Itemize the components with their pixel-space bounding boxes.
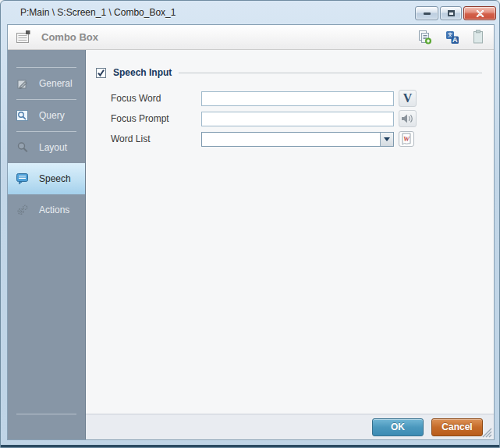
dialog-footer: OK Cancel xyxy=(86,414,494,439)
title-bar[interactable]: P:Main \ S:Screen_1 \ Combo_Box_1 xyxy=(1,1,499,24)
window-title: P:Main \ S:Screen_1 \ Combo_Box_1 xyxy=(20,7,176,18)
variable-button-label: V xyxy=(403,92,413,105)
sidebar-item-speech[interactable]: Speech xyxy=(8,163,85,194)
close-icon xyxy=(476,10,484,17)
maximize-icon xyxy=(448,10,455,16)
focus-prompt-row: Focus Prompt xyxy=(86,108,494,129)
magnifier-icon xyxy=(15,140,30,155)
speech-input-section: Speech Input xyxy=(86,67,494,78)
speech-settings: Speech Input Focus Word V Focus Pro xyxy=(86,50,494,414)
sidebar-item-label: Speech xyxy=(39,173,71,184)
minimize-icon xyxy=(424,12,431,15)
word-list-label: Word List xyxy=(111,133,201,144)
dialog-panel: Combo Box xyxy=(7,24,495,440)
chevron-down-icon xyxy=(384,137,390,141)
ok-button[interactable]: OK xyxy=(372,418,424,436)
sidebar: General Query xyxy=(8,50,86,439)
sidebar-item-query[interactable]: Query xyxy=(8,100,85,131)
sidebar-item-layout[interactable]: Layout xyxy=(8,132,85,163)
window-controls xyxy=(415,6,496,20)
section-label: Speech Input xyxy=(113,67,172,78)
focus-prompt-label: Focus Prompt xyxy=(111,113,201,124)
cancel-button[interactable]: Cancel xyxy=(431,418,483,436)
svg-text:A: A xyxy=(452,36,458,44)
search-document-icon xyxy=(15,108,30,123)
svg-text:W: W xyxy=(403,135,410,143)
word-list-dropdown[interactable] xyxy=(201,132,394,147)
sidebar-item-actions[interactable]: Actions xyxy=(8,194,85,226)
gears-icon xyxy=(15,203,30,217)
focus-prompt-input[interactable] xyxy=(201,112,394,126)
minimize-button[interactable] xyxy=(415,6,438,20)
word-list-page-icon: W xyxy=(401,133,412,145)
main-panel: Speech Input Focus Word V Focus Pro xyxy=(86,50,494,439)
dialog-body: General Query xyxy=(8,50,494,439)
dialog-header: Combo Box xyxy=(8,25,494,50)
paste-button[interactable] xyxy=(473,30,484,44)
play-prompt-button[interactable] xyxy=(399,110,417,127)
focus-word-row: Focus Word V xyxy=(86,88,494,108)
copy-add-button[interactable] xyxy=(417,30,432,44)
speaker-icon xyxy=(401,113,414,124)
sidebar-item-label: General xyxy=(39,78,73,89)
copy-add-icon xyxy=(417,30,432,44)
close-button[interactable] xyxy=(463,6,496,20)
sidebar-item-label: Layout xyxy=(39,142,67,153)
maximize-button[interactable] xyxy=(440,6,462,20)
header-actions: A xyxy=(417,25,484,49)
combo-box-icon xyxy=(16,30,32,44)
sidebar-item-label: Query xyxy=(39,110,65,121)
translate-icon: A xyxy=(445,30,459,44)
word-list-row: Word List W xyxy=(86,129,494,149)
word-list-button[interactable]: W xyxy=(399,131,414,147)
focus-word-label: Focus Word xyxy=(111,93,201,104)
dropdown-button[interactable] xyxy=(380,133,393,146)
sidebar-item-general[interactable]: General xyxy=(8,68,85,99)
speech-input-checkbox[interactable] xyxy=(96,68,106,78)
page-title: Combo Box xyxy=(41,31,98,43)
speech-bubble-icon xyxy=(15,172,30,186)
translate-button[interactable]: A xyxy=(445,30,459,44)
section-divider xyxy=(179,73,482,73)
sidebar-item-label: Actions xyxy=(39,204,69,215)
variable-button[interactable]: V xyxy=(399,90,417,107)
dialog-window: P:Main \ S:Screen_1 \ Combo_Box_1 xyxy=(0,0,500,448)
paste-icon xyxy=(473,30,484,44)
focus-word-input[interactable] xyxy=(201,91,394,106)
resize-grip[interactable] xyxy=(482,428,492,438)
edit-page-icon xyxy=(15,76,30,91)
checkmark-icon xyxy=(97,69,105,77)
